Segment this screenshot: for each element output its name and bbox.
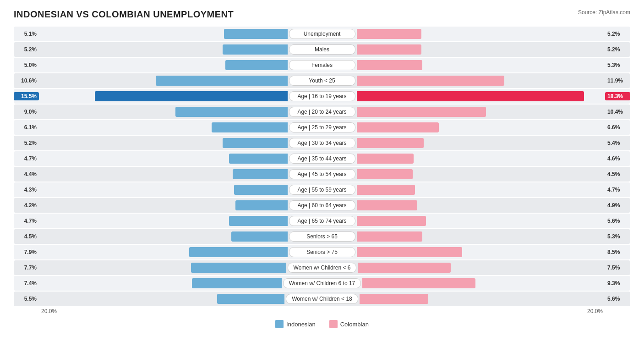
pink-bar: [357, 122, 439, 132]
right-value: 18.3%: [605, 92, 630, 100]
right-value: 5.2%: [605, 31, 630, 37]
bar-row: 4.4%Age | 45 to 54 years4.5%: [14, 167, 630, 182]
chart-title: INDONESIAN VS COLOMBIAN UNEMPLOYMENT: [14, 9, 234, 20]
left-value: 5.5%: [14, 296, 39, 302]
chart-area: 5.1%Unemployment5.2%5.2%Males5.2%5.0%Fem…: [14, 27, 630, 306]
bar-row: 5.2%Age | 30 to 34 years5.4%: [14, 136, 630, 150]
bottom-axis-right: 20.0%: [587, 308, 603, 314]
blue-bar: [192, 278, 282, 288]
blue-bar: [95, 91, 287, 101]
bar-label: Age | 55 to 59 years: [289, 185, 355, 195]
chart-header: INDONESIAN VS COLOMBIAN UNEMPLOYMENT Sou…: [14, 9, 630, 20]
bar-row: 4.7%Age | 35 to 44 years4.6%: [14, 151, 630, 166]
pink-bar: [357, 185, 415, 195]
blue-bar: [235, 200, 288, 210]
left-value: 4.4%: [14, 171, 39, 177]
right-value: 9.3%: [605, 280, 630, 286]
right-value: 4.7%: [605, 187, 630, 193]
left-value: 7.7%: [14, 264, 39, 271]
bar-label: Age | 65 to 74 years: [289, 216, 355, 226]
left-value: 7.9%: [14, 249, 39, 255]
bar-row: 5.2%Males5.2%: [14, 42, 630, 57]
right-bar-area: [357, 121, 606, 134]
right-bar-area: [357, 105, 606, 118]
pink-bar: [362, 278, 475, 288]
bottom-axis: 20.0% 20.0%: [14, 308, 630, 314]
legend-colombian-label: Colombian: [340, 321, 369, 328]
left-bar-area: [39, 74, 288, 87]
left-value: 9.0%: [14, 109, 39, 115]
right-value: 5.6%: [605, 218, 630, 224]
left-bar-area: [39, 292, 284, 305]
blue-bar: [223, 44, 287, 55]
left-bar-area: [39, 59, 288, 72]
left-bar-area: [39, 43, 288, 56]
right-bar-area: [357, 43, 606, 56]
bar-row: 4.3%Age | 55 to 59 years4.7%: [14, 182, 630, 197]
right-value: 4.9%: [605, 202, 630, 209]
left-bar-area: [39, 28, 288, 40]
right-bar-area: [357, 246, 606, 259]
pink-bar: [357, 29, 421, 39]
left-value: 15.5%: [14, 92, 39, 100]
right-bar-area: [357, 90, 606, 103]
left-value: 5.0%: [14, 62, 39, 68]
pink-bar: [357, 76, 505, 86]
bar-label: Women w/ Children < 18: [286, 294, 358, 304]
blue-bar: [231, 231, 287, 242]
bar-row: 7.4%Women w/ Children 6 to 179.3%: [14, 276, 630, 291]
left-value: 5.2%: [14, 46, 39, 53]
left-value: 4.7%: [14, 218, 39, 224]
blue-bar: [229, 216, 287, 226]
bar-label: Males: [289, 44, 355, 55]
bar-label: Seniors > 75: [289, 247, 355, 257]
bar-label: Age | 20 to 24 years: [289, 107, 355, 117]
pink-bar: [357, 200, 418, 210]
left-bar-area: [39, 277, 282, 290]
left-value: 4.5%: [14, 233, 39, 240]
bar-row: 4.7%Age | 65 to 74 years5.6%: [14, 214, 630, 228]
pink-bar: [357, 216, 426, 226]
bar-label: Age | 35 to 44 years: [289, 154, 355, 164]
right-value: 5.4%: [605, 140, 630, 146]
right-bar-area: [360, 292, 605, 305]
left-value: 10.6%: [14, 77, 39, 84]
left-bar-area: [39, 183, 288, 196]
left-value: 6.1%: [14, 124, 39, 131]
left-bar-area: [39, 230, 288, 243]
blue-bar: [224, 29, 287, 39]
left-value: 4.3%: [14, 187, 39, 193]
left-bar-area: [39, 121, 288, 134]
right-bar-area: [357, 168, 606, 181]
blue-bar: [233, 169, 287, 179]
legend-blue-swatch: [275, 320, 284, 328]
pink-bar: [357, 169, 413, 179]
chart-source: Source: ZipAtlas.com: [578, 9, 630, 16]
left-value: 4.2%: [14, 202, 39, 209]
pink-bar: [357, 60, 423, 70]
legend: Indonesian Colombian: [14, 320, 630, 328]
bar-row: 7.9%Seniors > 758.5%: [14, 245, 630, 259]
left-value: 5.2%: [14, 140, 39, 146]
right-bar-area: [358, 261, 605, 274]
legend-pink-swatch: [329, 320, 338, 328]
right-bar-area: [357, 137, 606, 149]
right-bar-area: [362, 277, 605, 290]
pink-bar: [357, 247, 463, 257]
bar-row: 10.6%Youth < 2511.9%: [14, 73, 630, 88]
pink-bar: [358, 263, 450, 273]
blue-bar: [229, 154, 287, 164]
pink-bar: [357, 44, 421, 55]
right-value: 4.6%: [605, 155, 630, 162]
right-value: 4.5%: [605, 171, 630, 177]
left-bar-area: [39, 152, 288, 165]
bar-row: 15.5%Age | 16 to 19 years18.3%: [14, 89, 630, 104]
bar-row: 6.1%Age | 25 to 29 years6.6%: [14, 120, 630, 135]
left-bar-area: [39, 168, 288, 181]
bar-label: Youth < 25: [289, 76, 355, 86]
left-value: 4.7%: [14, 155, 39, 162]
left-bar-area: [39, 90, 288, 103]
bottom-axis-left: 20.0%: [41, 308, 57, 314]
right-value: 5.3%: [605, 62, 630, 68]
right-bar-area: [357, 28, 606, 40]
